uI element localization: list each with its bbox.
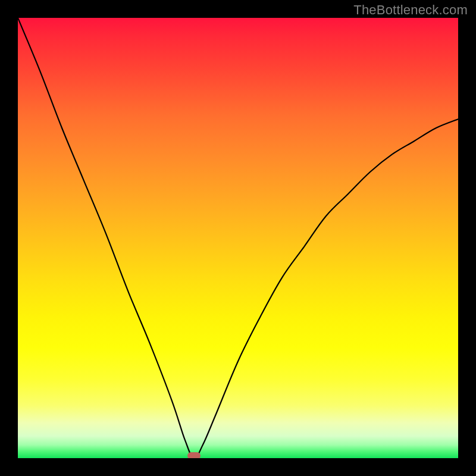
chart-frame: TheBottleneck.com: [0, 0, 476, 476]
watermark-text: TheBottleneck.com: [353, 2, 468, 18]
bottleneck-curve: [18, 18, 458, 458]
plot-area: [18, 18, 458, 458]
optimum-marker: [187, 452, 201, 458]
